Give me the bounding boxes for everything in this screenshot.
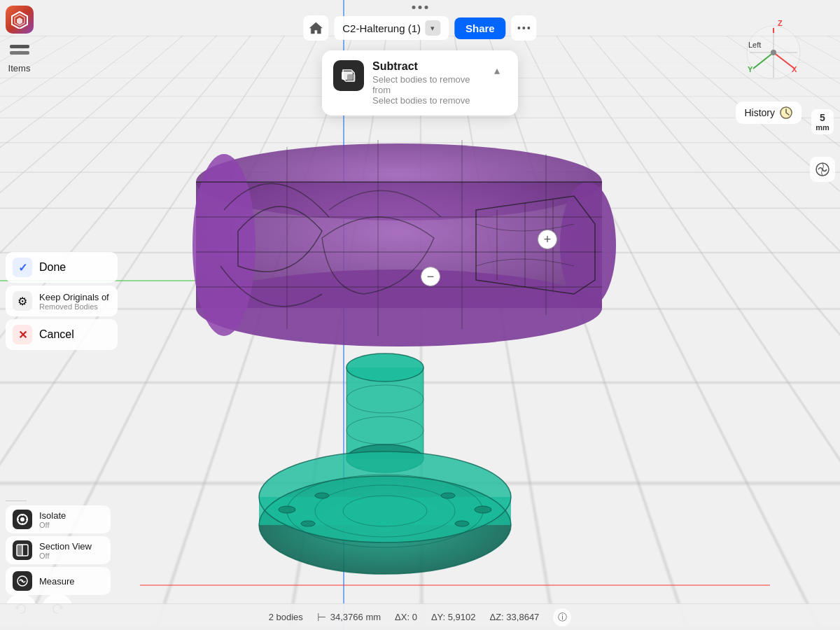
svg-point-34 [475,506,491,513]
delta-y: ΔY: 5,9102 [431,612,476,622]
history-button[interactable]: History [736,102,802,124]
ar-view-button[interactable] [810,157,835,182]
measurement-value: ⊢ 34,3766 mm [317,611,381,624]
mm-scale-button[interactable]: 5 mm [811,109,834,134]
add-plus-indicator[interactable]: + [538,230,557,249]
compass-widget[interactable]: Z Y X Left [744,18,804,87]
share-button[interactable]: Share [454,18,506,39]
home-button[interactable] [303,15,328,41]
isolate-icon [13,510,32,529]
keep-originals-text: Keep Originals of Removed Bodies [39,292,109,311]
keep-originals-line2: Removed Bodies [39,302,109,311]
cancel-label: Cancel [39,328,74,341]
svg-point-3 [192,154,255,336]
right-toolbar: 5 mm [805,0,840,630]
3d-object [140,105,630,581]
svg-rect-27 [259,497,511,525]
more-button[interactable] [512,15,537,41]
svg-point-70 [771,50,776,55]
top-dots [412,6,428,9]
svg-point-37 [301,521,315,526]
status-bar: 2 bodies ⊢ 34,3766 mm ΔX: 0 ΔY: 5,9102 Δ… [0,603,840,630]
project-name-button[interactable]: C2-Halterung (1) ▾ [334,16,449,40]
isolate-label: Isolate [39,510,66,521]
chevron-down-icon: ▾ [425,20,440,36]
svg-text:Y: Y [748,65,753,74]
keep-originals-line1: Keep Originals of [39,292,109,302]
svg-rect-47 [10,45,29,48]
status-info-button[interactable]: ⓘ [553,608,571,626]
done-label: Done [39,261,66,274]
svg-point-51 [20,517,24,522]
subtract-text: Subtract Select bodies to remove from Se… [372,60,479,106]
section-view-button[interactable]: Section View Off [6,536,111,564]
cancel-button[interactable]: ✕ Cancel [6,319,118,350]
delta-z: ΔZ: 33,8647 [490,612,540,622]
bottom-left-tools: Isolate Off Section View Off Measure [6,499,111,595]
measure-text: Measure [39,576,75,587]
section-view-icon [13,540,32,560]
svg-rect-48 [10,51,29,55]
svg-point-39 [518,27,521,29]
svg-text:X: X [792,65,797,74]
section-view-label: Section View [39,541,92,552]
section-view-status: Off [39,552,92,560]
cancel-x-icon: ✕ [13,325,32,344]
measure-icon [13,571,32,591]
subtract-popup: Subtract Select bodies to remove from Se… [322,50,518,115]
svg-text:Z: Z [778,19,783,27]
subtract-subtitle2: Select bodies to remove [372,95,479,106]
svg-marker-46 [17,18,22,24]
app-icon [6,6,34,34]
teal-base [252,329,518,588]
svg-point-36 [441,493,455,498]
done-button[interactable]: ✓ Done [6,252,118,283]
project-name-label: C2-Halterung (1) [342,22,421,34]
keep-originals-button[interactable]: ⚙ Keep Originals of Removed Bodies [6,286,118,316]
svg-point-38 [455,521,469,526]
divider [6,500,27,501]
subtract-icon [333,60,364,91]
delta-x: ΔX: 0 [395,612,417,622]
svg-text:Left: Left [748,41,761,49]
bodies-count: 2 bodies [269,612,303,622]
subtract-subtitle1: Select bodies to remove from [372,74,479,95]
svg-point-33 [279,506,295,513]
left-action-panel: ✓ Done ⚙ Keep Originals of Removed Bodie… [6,252,118,350]
isolate-status: Off [39,521,66,529]
subtract-title: Subtract [372,60,479,73]
gear-icon: ⚙ [13,291,32,311]
svg-point-40 [523,27,526,29]
sidebar-layers-icon [7,42,32,62]
isolate-text: Isolate Off [39,510,66,529]
items-label: Items [8,63,31,74]
svg-rect-57 [17,545,22,556]
history-label: History [744,107,775,118]
measure-button[interactable]: Measure [6,567,111,595]
collapse-button[interactable]: ▴ [487,60,507,80]
done-check-icon: ✓ [13,258,32,277]
ruler-icon: ⊢ [317,611,326,624]
isolate-button[interactable]: Isolate Off [6,505,111,533]
subtract-minus-indicator[interactable]: − [421,267,440,286]
svg-point-35 [315,493,329,498]
svg-point-41 [528,27,531,29]
measure-label: Measure [39,576,75,587]
svg-point-60 [22,580,24,582]
header-bar: C2-Halterung (1) ▾ Share [303,15,536,41]
section-view-text: Section View Off [39,541,92,560]
svg-point-4 [560,182,616,308]
